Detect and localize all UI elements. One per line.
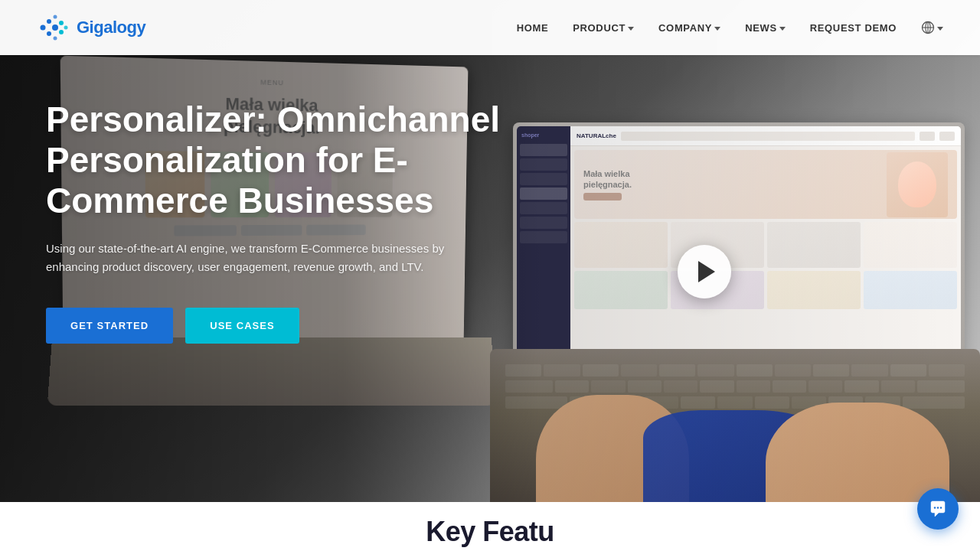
navbar: Gigalogy HOME PRODUCT COMPANY NEWS REQUE… xyxy=(0,0,980,55)
svg-point-15 xyxy=(940,507,942,508)
hero-buttons: GET STARTED USE CASES xyxy=(46,308,505,344)
nav-item-language[interactable] xyxy=(921,21,943,34)
bottom-section: Key Featu xyxy=(0,502,980,551)
svg-point-8 xyxy=(64,26,68,30)
svg-point-0 xyxy=(41,25,46,31)
hero-section: MENU Mała wielkapielęgnacja. xyxy=(0,0,980,502)
nav-item-news[interactable]: NEWS xyxy=(745,22,786,34)
svg-point-5 xyxy=(54,37,57,41)
svg-point-4 xyxy=(52,24,58,31)
svg-point-6 xyxy=(59,21,64,25)
nav-item-product[interactable]: PRODUCT xyxy=(573,22,634,34)
use-cases-button[interactable]: USE CASES xyxy=(185,308,299,344)
svg-point-13 xyxy=(934,507,936,508)
key-features-heading: Key Featu xyxy=(426,516,554,548)
logo-icon xyxy=(37,11,70,44)
chevron-down-icon xyxy=(714,27,720,31)
chevron-down-icon xyxy=(937,27,943,31)
nav-item-home[interactable]: HOME xyxy=(517,21,549,34)
get-started-button[interactable]: GET STARTED xyxy=(46,308,173,344)
chat-widget[interactable] xyxy=(917,488,959,530)
nav-links: HOME PRODUCT COMPANY NEWS REQUEST DEMO xyxy=(517,21,943,34)
svg-point-3 xyxy=(54,15,57,19)
svg-point-7 xyxy=(59,30,64,34)
hero-title: Personalizer: Omnichannel Personalizatio… xyxy=(46,99,505,221)
logo-text: Gigalogy xyxy=(77,18,145,37)
logo[interactable]: Gigalogy xyxy=(37,11,145,44)
hero-subtitle: Using our state-of-the-art AI engine, we… xyxy=(46,240,475,278)
chevron-down-icon xyxy=(779,27,786,31)
play-button[interactable] xyxy=(678,245,731,298)
hero-content: Personalizer: Omnichannel Personalizatio… xyxy=(46,99,505,344)
nav-item-company[interactable]: COMPANY xyxy=(658,22,720,34)
nav-item-request-demo[interactable]: REQUEST DEMO xyxy=(810,21,897,34)
svg-point-2 xyxy=(47,31,51,36)
play-icon xyxy=(698,261,715,282)
chevron-down-icon xyxy=(628,27,634,31)
chat-icon xyxy=(928,499,948,519)
globe-icon xyxy=(921,21,935,34)
svg-point-1 xyxy=(47,19,51,24)
svg-point-14 xyxy=(937,507,939,508)
